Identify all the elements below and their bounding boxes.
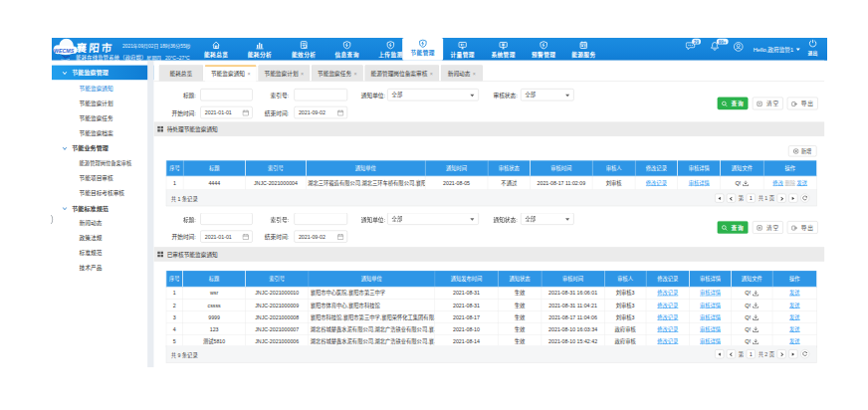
- svg-text:WECMS: WECMS: [54, 47, 75, 55]
